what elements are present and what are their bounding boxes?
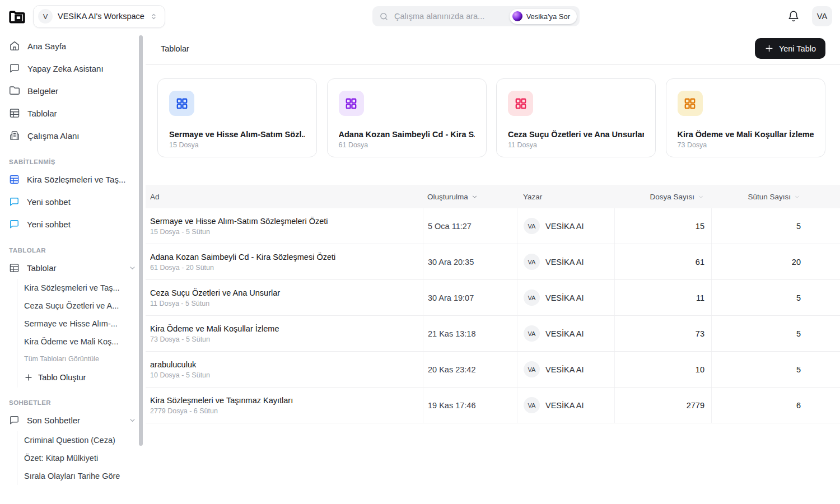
plus-icon xyxy=(24,373,33,382)
new-table-label: Yeni Tablo xyxy=(779,44,816,53)
card-subtitle: 73 Dosya xyxy=(678,141,814,149)
pinned-item-chat[interactable]: Yeni sohbet xyxy=(0,190,146,213)
chat-icon xyxy=(9,415,20,426)
row-created: 19 Kas 17:46 xyxy=(423,388,517,423)
recent-chats-label: Son Sohbetler xyxy=(27,416,80,425)
notifications-bell-icon[interactable] xyxy=(787,10,800,22)
row-author: VA VESİKA AI xyxy=(517,280,614,315)
search-bar[interactable]: Vesika'ya Sor xyxy=(372,6,580,26)
create-table-label: Tablo Oluştur xyxy=(38,373,86,382)
workspace-avatar: V xyxy=(38,9,53,24)
tables-group-label: Tablolar xyxy=(27,263,57,273)
sidebar-item-tables[interactable]: Tablolar xyxy=(0,102,146,124)
recent-chats-toggle[interactable]: Son Sohbetler xyxy=(0,409,146,431)
row-created: 30 Ara 20:35 xyxy=(423,244,517,279)
table-row[interactable]: arabuluculuk 10 Dosya - 5 Sütun 20 Kas 2… xyxy=(146,352,840,388)
sidebar-item-home[interactable]: Ana Sayfa xyxy=(0,35,146,57)
sidebar-item-workspace[interactable]: Çalışma Alanı xyxy=(0,124,146,147)
workspace-name: VESİKA AI's Workspace xyxy=(58,12,144,21)
row-created: 20 Kas 23:42 xyxy=(423,352,517,387)
table-row[interactable]: Kira Sözleşmeleri ve Taşınmaz Kayıtları … xyxy=(146,388,840,423)
column-header-created[interactable]: Oluşturulma xyxy=(423,193,517,201)
create-table-button[interactable]: Tablo Oluştur xyxy=(17,367,146,388)
author-avatar: VA xyxy=(524,325,540,342)
chat-link[interactable]: Criminal Question (Ceza) xyxy=(17,431,146,449)
table-link[interactable]: Kira Ödeme ve Mali Koş... xyxy=(17,333,146,351)
table-row[interactable]: Sermaye ve Hisse Alım-Satım Sözleşmeleri… xyxy=(146,208,840,244)
column-header-cols[interactable]: Sütun Sayısı xyxy=(711,193,808,201)
section-tables-title: TABLOLAR xyxy=(9,247,137,254)
sidebar-item-label: Belgeler xyxy=(27,86,58,96)
grid-icon xyxy=(339,91,364,116)
ask-vesika-button[interactable]: Vesika'ya Sor xyxy=(510,9,577,24)
folder-icon xyxy=(9,85,20,96)
plus-icon xyxy=(764,44,774,53)
topbar: V VESİKA AI's Workspace Vesika'ya Sor VA xyxy=(0,0,840,32)
sidebar-item-ai-assistant[interactable]: Yapay Zeka Asistanı xyxy=(0,57,146,80)
author-name: VESİKA AI xyxy=(545,293,584,302)
chevrons-up-down-icon xyxy=(150,12,158,21)
row-column-count: 20 xyxy=(711,244,808,279)
app-logo-icon[interactable] xyxy=(8,7,26,26)
chat-link[interactable]: Sırala Olayları Tarihe Göre xyxy=(17,467,146,485)
table-card[interactable]: Kira Ödeme ve Mali Koşullar İzleme 73 Do… xyxy=(666,78,825,157)
table-link[interactable]: Kira Sözleşmeleri ve Taş... xyxy=(17,279,146,297)
sort-chevron-icon xyxy=(471,193,478,200)
table-icon xyxy=(9,108,20,119)
user-avatar[interactable]: VA xyxy=(812,6,832,26)
tables-group-toggle[interactable]: Tablolar xyxy=(0,256,146,279)
row-author: VA VESİKA AI xyxy=(517,352,614,387)
row-meta: 61 Dosya - 20 Sütun xyxy=(150,264,423,272)
table-link[interactable]: Ceza Suçu Özetleri ve A... xyxy=(17,297,146,315)
pinned-item-table[interactable]: Kira Sözleşmeleri ve Taş... xyxy=(0,168,146,190)
grid-icon xyxy=(169,91,194,116)
column-header-files[interactable]: Dosya Sayısı xyxy=(614,193,711,201)
author-avatar: VA xyxy=(524,397,540,413)
author-name: VESİKA AI xyxy=(545,401,584,410)
table-cards: Sermaye ve Hisse Alım-Satım Sözl... 15 D… xyxy=(146,65,840,157)
row-meta: 10 Dosya - 5 Sütun xyxy=(150,371,423,379)
author-name: VESİKA AI xyxy=(545,222,584,231)
author-name: VESİKA AI xyxy=(545,258,584,267)
author-avatar: VA xyxy=(524,254,540,270)
view-all-tables-link[interactable]: Tüm Tabloları Görüntüle xyxy=(17,351,146,367)
table-link[interactable]: Sermaye ve Hisse Alım-... xyxy=(17,315,146,333)
chevron-down-icon xyxy=(128,264,137,272)
card-title: Kira Ödeme ve Mali Koşullar İzleme xyxy=(678,130,814,139)
row-created: 30 Ara 19:07 xyxy=(423,280,517,315)
search-icon xyxy=(379,12,389,21)
table-card[interactable]: Ceza Suçu Özetleri ve Ana Unsurlar 11 Do… xyxy=(496,78,656,157)
column-header-author[interactable]: Yazar xyxy=(517,193,614,201)
sidebar-item-documents[interactable]: Belgeler xyxy=(0,80,146,102)
home-icon xyxy=(9,40,20,52)
workspace-switcher[interactable]: V VESİKA AI's Workspace xyxy=(33,5,165,28)
pinned-item-chat[interactable]: Yeni sohbet xyxy=(0,213,146,235)
table-icon xyxy=(9,174,20,185)
search-input[interactable] xyxy=(394,12,510,21)
sidebar: Ana Sayfa Yapay Zeka Asistanı Belgeler T… xyxy=(0,32,146,504)
row-file-count: 73 xyxy=(614,316,711,351)
table-card[interactable]: Sermaye ve Hisse Alım-Satım Sözl... 15 D… xyxy=(157,78,317,157)
main-header: Tablolar Yeni Tablo xyxy=(146,32,840,65)
author-name: VESİKA AI xyxy=(545,365,584,374)
card-subtitle: 15 Dosya xyxy=(169,141,305,149)
tables-list: Ad Oluşturulma Yazar Dosya Sayısı Sütun … xyxy=(146,185,840,423)
row-title: Adana Kozan Saimbeyli Cd - Kira Sözleşme… xyxy=(150,253,423,262)
table-row[interactable]: Ceza Suçu Özetleri ve Ana Unsurlar 11 Do… xyxy=(146,280,840,316)
card-title: Sermaye ve Hisse Alım-Satım Sözl... xyxy=(169,130,305,139)
pinned-item-label: Kira Sözleşmeleri ve Taş... xyxy=(27,175,125,184)
new-table-button[interactable]: Yeni Tablo xyxy=(755,38,825,59)
table-card[interactable]: Adana Kozan Saimbeyli Cd - Kira S... 61 … xyxy=(327,78,487,157)
sidebar-scrollbar[interactable] xyxy=(139,35,143,446)
column-header-name[interactable]: Ad xyxy=(146,193,423,201)
row-created: 21 Kas 13:18 xyxy=(423,316,517,351)
vesika-orb-icon xyxy=(512,11,522,21)
chats-subtree: Criminal Question (Ceza) Özet: Kitap Mül… xyxy=(17,431,146,485)
row-file-count: 11 xyxy=(614,280,711,315)
chat-link[interactable]: Özet: Kitap Mülkiyeti xyxy=(17,449,146,467)
chat-icon xyxy=(9,219,20,230)
row-title: Kira Sözleşmeleri ve Taşınmaz Kayıtları xyxy=(150,396,423,405)
table-row[interactable]: Adana Kozan Saimbeyli Cd - Kira Sözleşme… xyxy=(146,244,840,280)
table-row[interactable]: Kira Ödeme ve Mali Koşullar İzleme 73 Do… xyxy=(146,316,840,352)
grid-icon xyxy=(508,91,533,116)
